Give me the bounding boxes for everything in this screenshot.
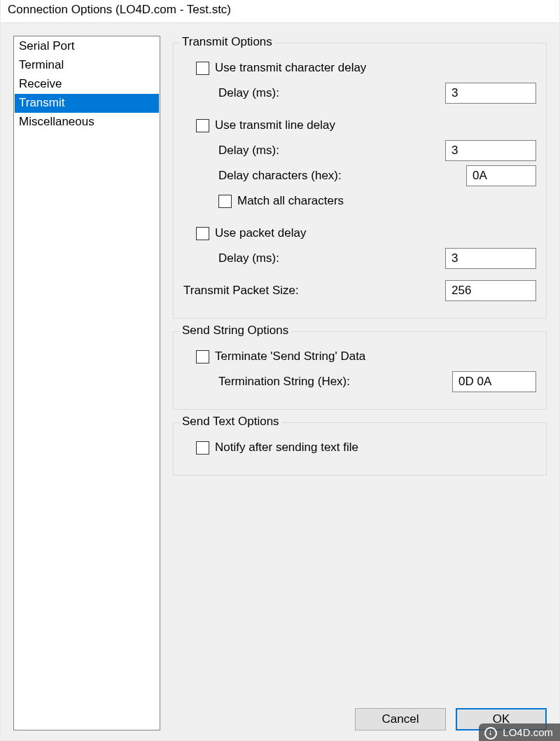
label-use-char-delay: Use transmit character delay: [215, 61, 536, 75]
row-use-packet-delay: Use packet delay: [183, 223, 536, 244]
sidebar-item-terminal[interactable]: Terminal: [15, 56, 159, 75]
watermark-text: LO4D.com: [503, 726, 553, 738]
row-line-delay: Delay (ms):: [183, 140, 536, 161]
label-packet-size: Transmit Packet Size:: [183, 284, 445, 298]
sidebar-item-miscellaneous[interactable]: Miscellaneous: [15, 113, 159, 132]
checkbox-use-line-delay[interactable]: [196, 119, 209, 132]
row-packet-size: Transmit Packet Size:: [183, 280, 536, 301]
row-packet-delay: Delay (ms):: [183, 248, 536, 269]
label-use-packet-delay: Use packet delay: [215, 226, 536, 240]
send-string-group: Send String Options Terminate 'Send Stri…: [173, 331, 547, 410]
content-area: Serial Port Terminal Receive Transmit Mi…: [1, 23, 559, 740]
row-use-char-delay: Use transmit character delay: [183, 57, 536, 78]
sidebar-item-transmit[interactable]: Transmit: [15, 94, 159, 113]
label-terminate: Terminate 'Send String' Data: [215, 349, 536, 363]
row-notify: Notify after sending text file: [183, 437, 536, 458]
input-termination-string[interactable]: [452, 371, 536, 392]
checkbox-terminate[interactable]: [196, 350, 209, 363]
titlebar: Connection Options (LO4D.com - Test.stc): [1, 0, 559, 23]
sidebar-item-receive[interactable]: Receive: [15, 75, 159, 94]
transmit-options-group: Transmit Options Use transmit character …: [173, 43, 547, 319]
send-text-title: Send Text Options: [179, 415, 282, 429]
row-termination-string: Termination String (Hex):: [183, 371, 536, 392]
row-delay-chars: Delay characters (hex):: [183, 165, 536, 186]
label-termination-string: Termination String (Hex):: [218, 375, 452, 389]
label-match-all: Match all characters: [237, 194, 536, 208]
label-use-line-delay: Use transmit line delay: [215, 118, 536, 132]
watermark: LO4D.com: [479, 723, 560, 741]
row-use-line-delay: Use transmit line delay: [183, 115, 536, 136]
dialog-window: Connection Options (LO4D.com - Test.stc)…: [0, 0, 560, 741]
transmit-options-title: Transmit Options: [179, 35, 275, 49]
send-string-title: Send String Options: [179, 324, 291, 338]
input-delay-chars[interactable]: [466, 165, 536, 186]
label-char-delay: Delay (ms):: [218, 86, 445, 100]
label-line-delay: Delay (ms):: [218, 144, 445, 158]
row-char-delay: Delay (ms):: [183, 83, 536, 104]
label-packet-delay: Delay (ms):: [218, 251, 445, 265]
label-notify: Notify after sending text file: [215, 441, 536, 455]
row-match-all: Match all characters: [183, 191, 536, 212]
row-terminate: Terminate 'Send String' Data: [183, 346, 536, 367]
category-sidebar[interactable]: Serial Port Terminal Receive Transmit Mi…: [13, 36, 160, 730]
checkbox-use-packet-delay[interactable]: [196, 227, 209, 240]
input-char-delay[interactable]: [445, 83, 536, 104]
input-line-delay[interactable]: [445, 140, 536, 161]
main-panel: Transmit Options Use transmit character …: [173, 36, 547, 730]
label-delay-chars: Delay characters (hex):: [218, 169, 466, 183]
window-title: Connection Options (LO4D.com - Test.stc): [8, 3, 231, 16]
input-packet-delay[interactable]: [445, 248, 536, 269]
checkbox-use-char-delay[interactable]: [196, 62, 209, 75]
input-packet-size[interactable]: [445, 280, 536, 301]
checkbox-notify[interactable]: [196, 441, 209, 455]
cancel-button[interactable]: Cancel: [355, 708, 446, 730]
sidebar-item-serial-port[interactable]: Serial Port: [15, 37, 159, 56]
send-text-group: Send Text Options Notify after sending t…: [173, 422, 547, 476]
checkbox-match-all[interactable]: [218, 195, 232, 208]
